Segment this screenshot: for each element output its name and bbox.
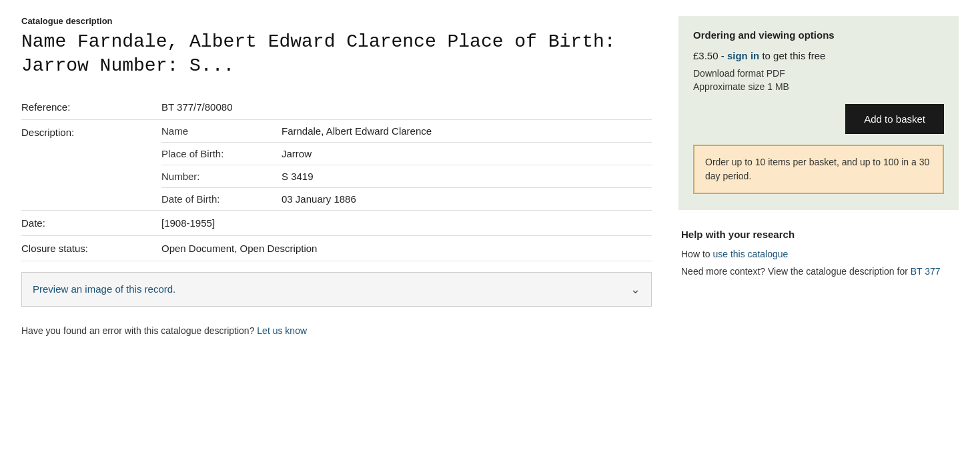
- nested-description-table: Name Farndale, Albert Edward Clarence Pl…: [161, 120, 652, 210]
- closure-value: Open Document, Open Description: [161, 235, 652, 261]
- desc-dob-label: Date of Birth:: [161, 187, 282, 210]
- sign-in-link[interactable]: sign in: [727, 50, 759, 61]
- preview-accordion[interactable]: Preview an image of this record. ⌄: [21, 272, 652, 307]
- desc-pob-value: Jarrow: [282, 142, 652, 165]
- help-title: Help with your research: [681, 229, 956, 240]
- help-section: Help with your research How to use this …: [678, 229, 959, 279]
- preview-link[interactable]: Preview an image of this record.: [33, 283, 175, 295]
- reference-row: Reference: BT 377/7/80080: [21, 95, 652, 120]
- error-text: Have you found an error with this catalo…: [21, 325, 254, 336]
- sidebar: Ordering and viewing options £3.50 - sig…: [678, 16, 959, 336]
- closure-label: Closure status:: [21, 235, 161, 261]
- desc-name-row: Name Farndale, Albert Edward Clarence: [161, 120, 652, 143]
- chevron-down-icon: ⌄: [630, 282, 640, 297]
- context-text: Need more context? View the catalogue de…: [681, 266, 911, 277]
- reference-label: Reference:: [21, 95, 161, 120]
- how-to-text: How to: [681, 249, 712, 259]
- desc-number-value: S 3419: [282, 165, 652, 187]
- let-us-know-link[interactable]: Let us know: [257, 325, 307, 336]
- price-text: £3.50 -: [693, 50, 727, 61]
- date-label: Date:: [21, 210, 161, 235]
- desc-name-value: Farndale, Albert Edward Clarence: [282, 120, 652, 143]
- order-notice: Order up to 10 items per basket, and up …: [693, 145, 944, 194]
- reference-value: BT 377/7/80080: [161, 95, 652, 120]
- add-to-basket-button[interactable]: Add to basket: [845, 104, 944, 134]
- description-label: Description:: [21, 119, 161, 210]
- main-content: Catalogue description Name Farndale, Alb…: [21, 16, 652, 336]
- closure-row: Closure status: Open Document, Open Desc…: [21, 235, 652, 261]
- price-line: £3.50 - sign in to get this free: [693, 50, 944, 61]
- desc-number-label: Number:: [161, 165, 282, 187]
- download-format: Download format PDF: [693, 68, 944, 79]
- approx-size: Approximate size 1 MB: [693, 81, 944, 92]
- desc-dob-value: 03 January 1886: [282, 187, 652, 210]
- page-wrapper: Catalogue description Name Farndale, Alb…: [0, 0, 980, 363]
- description-table: Reference: BT 377/7/80080 Description: N…: [21, 95, 652, 261]
- catalogue-label: Catalogue description: [21, 16, 652, 26]
- error-section: Have you found an error with this catalo…: [21, 325, 652, 336]
- description-fields: Name Farndale, Albert Edward Clarence Pl…: [161, 119, 652, 210]
- ordering-box: Ordering and viewing options £3.50 - sig…: [678, 16, 959, 210]
- desc-number-row: Number: S 3419: [161, 165, 652, 187]
- record-title: Name Farndale, Albert Edward Clarence Pl…: [21, 30, 652, 79]
- date-row: Date: [1908-1955]: [21, 210, 652, 235]
- help-context: Need more context? View the catalogue de…: [681, 264, 956, 279]
- price-suffix: to get this free: [759, 50, 825, 61]
- date-value: [1908-1955]: [161, 210, 652, 235]
- desc-dob-row: Date of Birth: 03 January 1886: [161, 187, 652, 210]
- use-catalogue-link[interactable]: use this catalogue: [712, 249, 788, 259]
- desc-pob-label: Place of Birth:: [161, 142, 282, 165]
- desc-name-label: Name: [161, 120, 282, 143]
- help-how-to: How to use this catalogue: [681, 247, 956, 261]
- bt377-link[interactable]: BT 377: [911, 266, 941, 277]
- desc-pob-row: Place of Birth: Jarrow: [161, 142, 652, 165]
- ordering-title: Ordering and viewing options: [693, 29, 944, 41]
- description-row: Description: Name Farndale, Albert Edwar…: [21, 119, 652, 210]
